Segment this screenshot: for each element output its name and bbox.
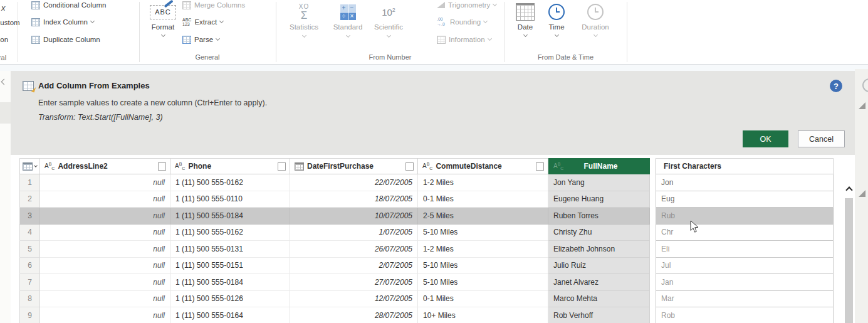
column-header-num[interactable]	[19, 158, 40, 174]
scrollbar-up-button[interactable]	[844, 183, 854, 195]
cell-commute[interactable]: 1-2 Miles	[418, 241, 548, 258]
cell-fullname[interactable]: Julio Ruiz	[548, 258, 650, 275]
cell-num[interactable]: 1	[19, 174, 40, 191]
cell-phone[interactable]: 1 (11) 500 555-0184	[170, 274, 290, 291]
cell-address[interactable]: null	[40, 174, 170, 191]
column-checkbox[interactable]	[536, 162, 544, 171]
cell-address[interactable]: null	[40, 208, 170, 225]
pencil-icon	[164, 0, 174, 8]
ribbon-item-index-column[interactable]: Index Column	[31, 17, 94, 27]
cell-first[interactable]: Jan	[656, 274, 834, 291]
help-button[interactable]: ?	[830, 80, 842, 92]
column-header-first[interactable]: First Characters	[656, 158, 834, 174]
cell-fullname[interactable]: Christy Zhu	[548, 225, 650, 241]
cell-commute[interactable]: 5-10 Miles	[418, 258, 548, 275]
cell-phone[interactable]: 1 (11) 500 555-0131	[170, 241, 290, 258]
cell-date[interactable]: 18/07/2005	[290, 191, 418, 208]
cell-num[interactable]: 3	[19, 208, 40, 225]
chevron-left-icon[interactable]	[1, 79, 8, 85]
cell-date[interactable]: 28/07/2005	[290, 307, 418, 323]
cell-address[interactable]: null	[40, 258, 170, 275]
cell-num[interactable]: 8	[19, 291, 40, 308]
column-header-fullname[interactable]: ABCFullName	[548, 158, 650, 174]
column-checkbox[interactable]	[278, 162, 286, 171]
cell-commute[interactable]: 1-2 Miles	[418, 174, 548, 191]
cell-phone[interactable]: 1 (11) 500 555-0126	[170, 291, 290, 308]
cell-date[interactable]: 12/07/2005	[290, 291, 418, 308]
cell-address[interactable]: null	[40, 274, 170, 291]
ribbon-item-trigonometry[interactable]: Trigonometry	[437, 0, 496, 10]
cell-num[interactable]: 9	[19, 307, 40, 323]
ribbon-item-conditional-column[interactable]: Conditional Column	[31, 0, 106, 10]
cell-fullname[interactable]: Eugene Huang	[548, 191, 650, 208]
ok-button[interactable]: OK	[743, 130, 788, 147]
ribbon-item-information[interactable]: Information	[437, 34, 491, 45]
ribbon-item-extract[interactable]: ABC123 Extract	[182, 17, 223, 27]
ribbon-item-merge-columns[interactable]: Merge Columns	[182, 0, 245, 10]
cell-address[interactable]: null	[40, 291, 170, 308]
ribbon-item-statistics[interactable]: XOΣ Statistics	[284, 3, 324, 37]
cell-phone[interactable]: 1 (11) 500 555-0151	[170, 258, 290, 275]
cell-date[interactable]: 26/07/2005	[290, 241, 418, 258]
cell-fullname[interactable]: Marco Mehta	[548, 291, 650, 308]
ribbon-item-standard[interactable]: +−÷× Standard	[328, 3, 368, 37]
cell-first[interactable]: Rob	[656, 307, 834, 323]
cell-fullname[interactable]: Janet Alvarez	[548, 274, 650, 291]
cell-address[interactable]: null	[40, 307, 170, 323]
cell-address[interactable]: null	[40, 191, 170, 208]
column-header-date[interactable]: DateFirstPurchase	[290, 158, 418, 174]
cell-phone[interactable]: 1 (11) 500 555-0162	[170, 225, 290, 241]
cell-fullname[interactable]: Elizabeth Johnson	[548, 241, 650, 258]
cell-num[interactable]: 6	[19, 258, 40, 275]
standard-tile: −	[348, 4, 356, 12]
cell-commute[interactable]: 0-1 Miles	[418, 191, 548, 208]
cell-num[interactable]: 5	[19, 241, 40, 258]
column-checkbox[interactable]	[405, 162, 414, 171]
cell-first[interactable]: Eug	[656, 191, 834, 208]
cell-date[interactable]: 27/07/2005	[290, 274, 418, 291]
cell-fullname[interactable]: Ruben Torres	[548, 208, 650, 225]
ribbon-item-rounding[interactable]: .00→.0 Rounding	[437, 17, 487, 27]
cell-fullname[interactable]: Rob Verhoff	[548, 307, 650, 323]
cell-phone[interactable]: 1 (11) 500 555-0110	[170, 191, 290, 208]
cell-first[interactable]: Mar	[656, 291, 834, 308]
ribbon-item-time[interactable]: Time	[536, 3, 577, 36]
ribbon-item-format[interactable]: ABC Format	[143, 3, 183, 36]
ribbon-item-parse[interactable]: Parse	[182, 34, 219, 45]
cell-phone[interactable]: 1 (11) 500 555-0164	[170, 307, 290, 323]
cell-date[interactable]: 1/07/2005	[290, 225, 418, 241]
column-header-commute[interactable]: ABCCommuteDistance	[418, 158, 548, 174]
mouse-cursor	[690, 220, 699, 233]
cell-num[interactable]: 7	[19, 274, 40, 291]
cell-first[interactable]: Chr	[656, 225, 834, 241]
cell-commute[interactable]: 0-1 Miles	[418, 291, 548, 308]
queries-pane-tab[interactable]	[0, 102, 11, 124]
scrollbar-thumb[interactable]	[845, 198, 853, 323]
cell-commute[interactable]: 2-5 Miles	[418, 208, 548, 225]
cell-num[interactable]: 4	[19, 225, 40, 241]
cell-date[interactable]: 10/07/2005	[290, 208, 418, 225]
ribbon-item-scientific[interactable]: 102 Scientific	[369, 3, 409, 37]
data-preview-grid: ABCAddressLine2ABCPhoneDateFirstPurchase…	[19, 158, 853, 323]
column-checkbox[interactable]	[158, 162, 166, 171]
cell-commute[interactable]: 5-10 Miles	[418, 225, 548, 241]
cell-address[interactable]: null	[40, 241, 170, 258]
cell-first[interactable]: Rub	[656, 208, 834, 225]
cell-phone[interactable]: 1 (11) 500 555-0162	[170, 174, 290, 191]
cell-commute[interactable]: 10+ Miles	[418, 307, 548, 323]
cell-date[interactable]: 22/07/2005	[290, 174, 418, 191]
column-header-address[interactable]: ABCAddressLine2	[40, 158, 170, 174]
cell-first[interactable]: Jon	[656, 174, 834, 191]
column-header-phone[interactable]: ABCPhone	[170, 158, 290, 174]
ribbon-item-duration[interactable]: Duration	[575, 3, 615, 36]
cell-date[interactable]: 2/07/2005	[290, 258, 418, 275]
cell-fullname[interactable]: Jon Yang	[548, 174, 650, 191]
cell-commute[interactable]: 5-10 Miles	[418, 274, 548, 291]
cell-first[interactable]: Eli	[656, 241, 834, 258]
cell-phone[interactable]: 1 (11) 500 555-0184	[170, 208, 290, 225]
cell-first[interactable]: Jul	[656, 258, 834, 275]
cancel-button[interactable]: Cancel	[798, 130, 845, 147]
cell-num[interactable]: 2	[19, 191, 40, 208]
cell-address[interactable]: null	[40, 225, 170, 241]
ribbon-item-duplicate-column[interactable]: Duplicate Column	[31, 34, 100, 45]
